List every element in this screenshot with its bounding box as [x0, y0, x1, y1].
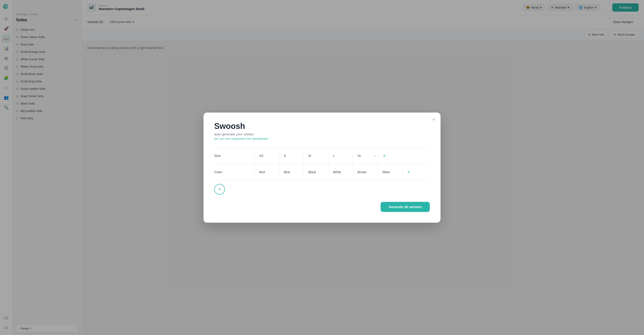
color-value-cell[interactable]: Black	[304, 164, 328, 180]
modal-subtitle: auto-generate your variant	[214, 132, 430, 136]
size-values: XSSMLXL×+	[254, 148, 430, 164]
size-attribute-row: Size XSSMLXL×+	[214, 148, 430, 164]
size-value-cell[interactable]: S	[279, 148, 304, 164]
add-attribute-button[interactable]: +	[214, 184, 225, 195]
add-size-button[interactable]: +	[378, 148, 391, 164]
size-value-cell[interactable]: M	[304, 148, 328, 164]
generate-button[interactable]: Generate 30 variants	[380, 202, 430, 212]
color-value-cell[interactable]: Brown	[353, 164, 378, 180]
modal-close-button[interactable]: ×	[432, 117, 435, 122]
size-value-cell[interactable]: XS	[254, 148, 279, 164]
add-color-button[interactable]: +	[402, 164, 416, 180]
color-value-cell[interactable]: Silver	[378, 164, 402, 180]
plus-icon-size: +	[383, 153, 386, 159]
color-attribute-row: Color RedBlueBlackWhiteBrownSilver+	[214, 164, 430, 180]
color-value-cell[interactable]: White	[328, 164, 353, 180]
color-value-cell[interactable]: Red	[254, 164, 279, 180]
plus-icon-color: +	[408, 169, 410, 175]
color-values: RedBlueBlackWhiteBrownSilver+	[254, 164, 430, 180]
size-value-cell[interactable]: L	[328, 148, 353, 164]
modal-overlay[interactable]: × Swoosh auto-generate your variant pst:…	[0, 0, 644, 335]
size-label: Size	[214, 154, 254, 158]
modal-footer: Generate 30 variants	[214, 202, 430, 212]
plus-icon: +	[218, 186, 221, 192]
modal-hint: pst: you can copy/paste from spreadsheet	[214, 137, 430, 140]
swoosh-modal: × Swoosh auto-generate your variant pst:…	[204, 113, 440, 223]
modal-title: Swoosh	[214, 122, 430, 131]
color-label: Color	[214, 170, 254, 174]
remove-size-icon[interactable]: ×	[374, 154, 376, 158]
size-value-cell[interactable]: XL×	[353, 148, 378, 164]
color-value-cell[interactable]: Blue	[279, 164, 304, 180]
